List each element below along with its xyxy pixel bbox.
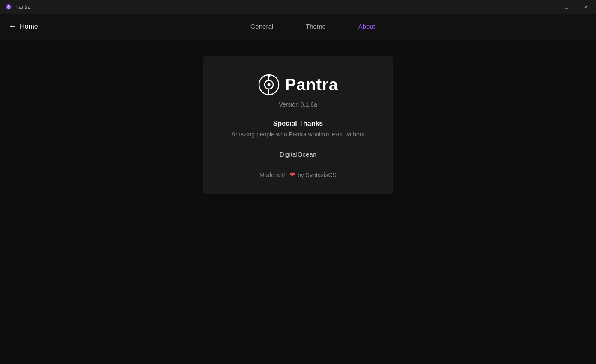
titlebar-left: Pantra (5, 3, 30, 10)
svg-point-8 (268, 75, 270, 77)
app-icon (5, 3, 12, 10)
about-logo-row: Pantra (258, 74, 338, 96)
app-title: Pantra (15, 4, 30, 10)
titlebar: Pantra — □ ✕ (0, 0, 596, 14)
made-with-suffix: by SyntaxisCS (298, 172, 337, 178)
special-thanks-desc: Amazing people who Pantra wouldn't exist… (232, 131, 365, 138)
made-with-row: Made with ❤ by SyntaxisCS (259, 171, 337, 179)
tab-general[interactable]: General (247, 21, 277, 32)
svg-point-2 (8, 6, 9, 8)
tab-theme[interactable]: Theme (302, 21, 329, 32)
about-card: Pantra Version 0.1.6a Special Thanks Ama… (203, 56, 393, 194)
main-content: Pantra Version 0.1.6a Special Thanks Ama… (0, 39, 596, 364)
close-button[interactable]: ✕ (576, 0, 596, 14)
home-button[interactable]: ← Home (9, 22, 38, 31)
heart-icon: ❤ (289, 171, 295, 179)
about-version: Version 0.1.6a (279, 101, 317, 108)
titlebar-controls: — □ ✕ (537, 0, 596, 14)
made-with-prefix: Made with (259, 172, 287, 178)
pantra-logo-icon (258, 74, 280, 96)
back-arrow-icon: ← (9, 22, 16, 31)
svg-point-5 (267, 83, 270, 86)
home-label: Home (20, 23, 38, 30)
about-logo-text: Pantra (285, 76, 338, 94)
tab-about[interactable]: About (355, 21, 378, 32)
sponsor-name: DigitalOcean (280, 151, 316, 158)
minimize-button[interactable]: — (537, 0, 557, 14)
special-thanks-title: Special Thanks (273, 120, 323, 127)
maximize-button[interactable]: □ (557, 0, 576, 14)
navbar: ← Home General Theme About (0, 14, 596, 39)
nav-tabs: General Theme About (38, 21, 587, 32)
